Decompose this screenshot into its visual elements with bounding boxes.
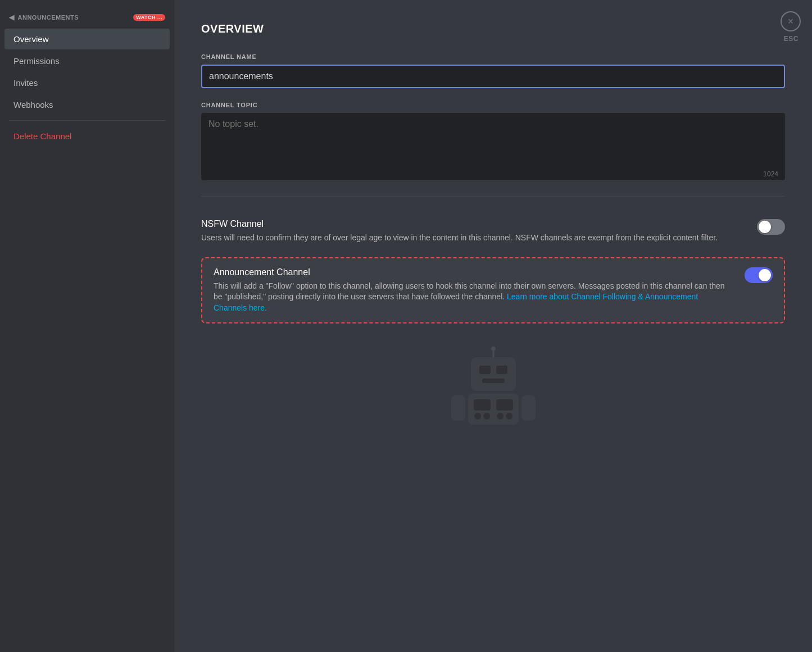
svg-rect-0 [471, 357, 516, 391]
nsfw-toggle-knob [759, 221, 771, 233]
sidebar: ◀ ANNOUNCEMENTS WATCH ... Overview Permi… [0, 0, 174, 652]
announcement-box: Announcement Channel This will add a "Fo… [201, 257, 785, 324]
announcement-toggle[interactable] [745, 267, 773, 283]
announcement-toggle-knob [759, 269, 771, 281]
nsfw-toggle-row: NSFW Channel Users will need to confirm … [201, 210, 785, 253]
illustration-area [201, 346, 785, 436]
sidebar-item-webhooks[interactable]: Webhooks [4, 94, 170, 115]
sidebar-badge: WATCH ... [133, 14, 165, 21]
svg-rect-7 [474, 399, 491, 411]
channel-topic-input[interactable] [201, 113, 785, 180]
main-content: × ESC OVERVIEW CHANNEL NAME CHANNEL TOPI… [174, 0, 812, 652]
nsfw-title: NSFW Channel [201, 219, 743, 229]
announcement-toggle-row: Announcement Channel This will add a "Fo… [214, 267, 773, 314]
channel-topic-label: CHANNEL TOPIC [201, 102, 785, 108]
close-icon: × [788, 16, 794, 28]
sidebar-item-overview[interactable]: Overview [4, 29, 170, 49]
close-button[interactable]: × [781, 11, 801, 31]
nsfw-toggle[interactable] [757, 219, 785, 235]
sidebar-header: ◀ ANNOUNCEMENTS WATCH ... [0, 9, 174, 28]
divider-1 [201, 196, 785, 197]
nsfw-toggle-slider [757, 219, 785, 235]
robot-illustration [437, 346, 550, 436]
announcement-content: Announcement Channel This will add a "Fo… [214, 267, 745, 314]
svg-rect-2 [496, 366, 507, 374]
back-icon: ◀ [9, 13, 15, 21]
svg-point-5 [491, 346, 496, 351]
sidebar-channel-name: ANNOUNCEMENTS [18, 14, 130, 21]
nsfw-description: Users will need to confirm they are of o… [201, 232, 743, 244]
page-title: OVERVIEW [201, 22, 785, 35]
announcement-title: Announcement Channel [214, 267, 731, 277]
sidebar-item-delete-channel[interactable]: Delete Channel [4, 126, 170, 147]
svg-rect-14 [521, 395, 536, 421]
nsfw-content: NSFW Channel Users will need to confirm … [201, 219, 757, 244]
sidebar-item-invites[interactable]: Invites [4, 72, 170, 93]
announcement-description: This will add a "Follow" option to this … [214, 281, 731, 314]
svg-point-9 [474, 413, 481, 420]
svg-rect-1 [479, 366, 491, 374]
sidebar-divider [9, 120, 165, 121]
textarea-counter: 1024 [763, 170, 778, 178]
esc-label: ESC [784, 35, 799, 43]
svg-point-12 [506, 413, 512, 420]
announcement-toggle-slider [745, 267, 773, 283]
svg-rect-8 [496, 399, 513, 411]
svg-point-10 [483, 413, 490, 420]
channel-name-input[interactable] [201, 65, 785, 88]
svg-rect-13 [451, 395, 465, 421]
svg-rect-3 [482, 379, 505, 383]
svg-point-11 [497, 413, 503, 420]
sidebar-item-permissions[interactable]: Permissions [4, 51, 170, 71]
channel-name-label: CHANNEL NAME [201, 53, 785, 60]
channel-topic-wrapper: 1024 [201, 113, 785, 183]
